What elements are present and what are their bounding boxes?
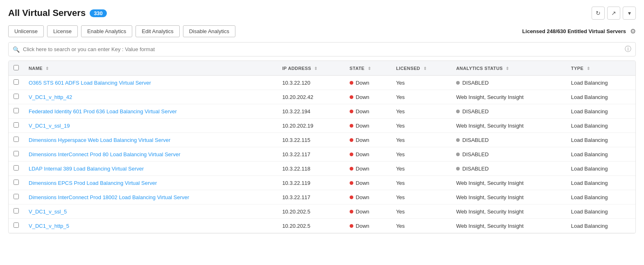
state-dot-icon <box>350 167 353 171</box>
state-dot-icon <box>350 138 353 142</box>
state-dot-icon <box>350 110 353 113</box>
refresh-button[interactable]: ↻ <box>592 7 605 20</box>
virtual-servers-table: NAME ⇕ IP ADDRESS ⇕ STATE ⇕ LICENSED ⇕ A… <box>8 61 636 234</box>
row-type: Load Balancing <box>566 219 635 233</box>
sort-analytics-icon: ⇕ <box>506 66 509 71</box>
toolbar-actions: Unlicense License Enable Analytics Edit … <box>8 25 235 37</box>
row-ip: 10.20.202.5 <box>277 219 344 233</box>
table-row: LDAP Internal 389 Load Balancing Virtual… <box>9 162 635 176</box>
search-bar: 🔍 ⓘ <box>8 42 636 56</box>
settings-button[interactable]: ⚙ <box>630 27 636 35</box>
row-analytics: DISABLED <box>451 104 566 119</box>
row-checkbox[interactable] <box>14 151 19 156</box>
table-row: Dimensions Hyperspace Web Load Balancing… <box>9 133 635 147</box>
row-ip: 10.3.22.115 <box>277 133 344 147</box>
row-type: Load Balancing <box>566 119 635 133</box>
row-state: Down <box>345 133 391 147</box>
analytics-disabled-icon <box>456 153 460 156</box>
row-type: Load Balancing <box>566 147 635 162</box>
state-dot-icon <box>350 153 353 156</box>
row-name: Dimensions InterConnect Prod 18002 Load … <box>24 190 277 204</box>
row-checkbox[interactable] <box>14 79 19 85</box>
row-state: Down <box>345 219 391 233</box>
row-name: V_DC1_v_ssl_19 <box>24 119 277 133</box>
row-analytics: Web Insight, Security Insight <box>451 204 566 219</box>
row-licensed: Yes <box>391 133 451 147</box>
dropdown-button[interactable]: ▾ <box>623 7 636 20</box>
search-input[interactable] <box>23 46 621 52</box>
row-name: Dimensions Hyperspace Web Load Balancing… <box>24 133 277 147</box>
row-analytics: DISABLED <box>451 133 566 147</box>
row-checkbox[interactable] <box>14 122 19 128</box>
state-dot-icon <box>350 210 353 213</box>
row-checkbox[interactable] <box>14 137 19 142</box>
state-dot-icon <box>350 224 353 228</box>
export-button[interactable]: ↗ <box>607 7 620 20</box>
enable-analytics-button[interactable]: Enable Analytics <box>81 25 132 37</box>
row-type: Load Balancing <box>566 90 635 104</box>
sort-ip-icon: ⇕ <box>314 66 317 71</box>
row-state: Down <box>345 204 391 219</box>
row-licensed: Yes <box>391 204 451 219</box>
analytics-disabled-icon <box>456 110 460 113</box>
row-name: Dimensions InterConnect Prod 80 Load Bal… <box>24 147 277 162</box>
row-name: V_DC1_v_ssl_5 <box>24 204 277 219</box>
table-row: Federated Identity 601 Prod 636 Load Bal… <box>9 104 635 119</box>
search-icon: 🔍 <box>13 46 20 53</box>
col-header-state[interactable]: STATE ⇕ <box>345 61 391 76</box>
license-button[interactable]: License <box>47 25 78 37</box>
row-state: Down <box>345 190 391 204</box>
table-header-row: NAME ⇕ IP ADDRESS ⇕ STATE ⇕ LICENSED ⇕ A… <box>9 61 635 76</box>
sort-type-icon: ⇕ <box>587 66 590 71</box>
table-row: V_DC1_v_ssl_510.20.202.5DownYesWeb Insig… <box>9 204 635 219</box>
row-checkbox[interactable] <box>14 194 19 199</box>
row-checkbox[interactable] <box>14 108 19 113</box>
state-dot-icon <box>350 95 353 99</box>
row-checkbox[interactable] <box>14 208 19 213</box>
row-state: Down <box>345 176 391 190</box>
row-licensed: Yes <box>391 162 451 176</box>
row-ip: 10.3.22.118 <box>277 162 344 176</box>
col-header-analytics[interactable]: ANALYTICS STATUS ⇕ <box>451 61 566 76</box>
licensed-info: Licensed 248/630 Entitled Virtual Server… <box>522 28 626 34</box>
row-licensed: Yes <box>391 147 451 162</box>
table-row: Dimensions EPCS Prod Load Balancing Virt… <box>9 176 635 190</box>
info-icon[interactable]: ⓘ <box>625 45 631 54</box>
edit-analytics-button[interactable]: Edit Analytics <box>136 25 179 37</box>
row-analytics: DISABLED <box>451 162 566 176</box>
row-ip: 10.20.202.42 <box>277 90 344 104</box>
row-checkbox[interactable] <box>14 222 19 228</box>
row-state: Down <box>345 162 391 176</box>
row-state: Down <box>345 76 391 90</box>
col-header-name[interactable]: NAME ⇕ <box>24 61 277 76</box>
row-checkbox[interactable] <box>14 94 19 99</box>
row-name: Federated Identity 601 Prod 636 Load Bal… <box>24 104 277 119</box>
row-name: V_DC1_v_http_5 <box>24 219 277 233</box>
row-type: Load Balancing <box>566 204 635 219</box>
row-checkbox[interactable] <box>14 180 19 185</box>
analytics-disabled-icon <box>456 81 460 85</box>
col-header-ip[interactable]: IP ADDRESS ⇕ <box>277 61 344 76</box>
row-state: Down <box>345 104 391 119</box>
sort-state-icon: ⇕ <box>368 66 371 71</box>
row-name: LDAP Internal 389 Load Balancing Virtual… <box>24 162 277 176</box>
row-name: V_DC1_v_http_42 <box>24 90 277 104</box>
unlicense-button[interactable]: Unlicense <box>8 25 44 37</box>
col-header-type[interactable]: TYPE ⇕ <box>566 61 635 76</box>
disable-analytics-button[interactable]: Disable Analytics <box>183 25 235 37</box>
col-header-licensed[interactable]: LICENSED ⇕ <box>391 61 451 76</box>
row-type: Load Balancing <box>566 176 635 190</box>
row-checkbox[interactable] <box>14 165 19 171</box>
row-state: Down <box>345 147 391 162</box>
row-type: Load Balancing <box>566 190 635 204</box>
row-analytics: Web Insight, Security Insight <box>451 176 566 190</box>
row-analytics: Web Insight, Security Insight <box>451 90 566 104</box>
row-analytics: Web Insight, Security Insight <box>451 190 566 204</box>
row-ip: 10.20.202.5 <box>277 204 344 219</box>
row-licensed: Yes <box>391 90 451 104</box>
row-state: Down <box>345 119 391 133</box>
row-ip: 10.3.22.194 <box>277 104 344 119</box>
row-analytics: DISABLED <box>451 76 566 90</box>
sort-name-icon: ⇕ <box>45 66 49 71</box>
select-all-checkbox[interactable] <box>14 65 19 70</box>
